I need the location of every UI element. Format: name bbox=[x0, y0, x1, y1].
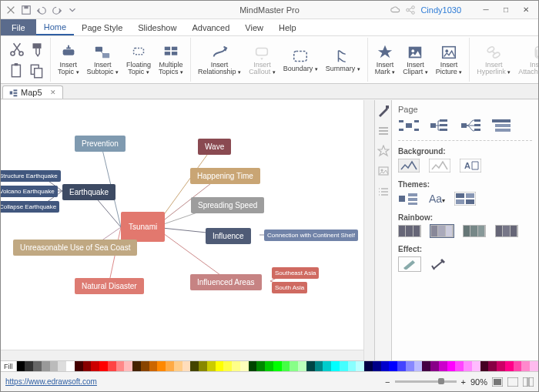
color-swatch[interactable] bbox=[256, 361, 265, 371]
share-icon[interactable] bbox=[405, 5, 416, 15]
color-swatch[interactable] bbox=[149, 361, 158, 371]
color-swatch[interactable] bbox=[66, 361, 75, 371]
color-swatch[interactable] bbox=[530, 361, 538, 371]
ribbon-insert-picture[interactable]: Insert Picture ▾ bbox=[432, 39, 467, 82]
format-painter-icon[interactable] bbox=[28, 41, 45, 58]
color-swatch[interactable] bbox=[389, 361, 397, 371]
color-swatch[interactable] bbox=[232, 361, 240, 371]
color-swatch[interactable] bbox=[249, 361, 257, 371]
maximize-button[interactable]: □ bbox=[497, 3, 515, 17]
bg-opt-3[interactable]: A bbox=[460, 159, 481, 173]
color-swatch[interactable] bbox=[406, 361, 414, 371]
node-center[interactable]: Tsunami bbox=[121, 212, 165, 242]
ribbon-insert-relationship[interactable]: Insert Relationship ▾ bbox=[194, 39, 245, 82]
sidetab-icons-icon[interactable] bbox=[377, 145, 390, 157]
sidetab-outline-icon[interactable] bbox=[377, 125, 390, 137]
tab-page-style[interactable]: Page Style bbox=[74, 19, 130, 35]
color-swatch[interactable] bbox=[356, 361, 364, 371]
node-continent[interactable]: Connection with Continent Shelf bbox=[264, 230, 358, 241]
color-swatch[interactable] bbox=[190, 361, 199, 371]
color-swatch[interactable] bbox=[397, 361, 406, 371]
tab-help[interactable]: Help bbox=[271, 19, 304, 35]
node-prevention[interactable]: Prevention bbox=[75, 136, 126, 152]
palette-colors[interactable] bbox=[17, 361, 539, 371]
user-name[interactable]: Cindy1030 bbox=[420, 5, 461, 15]
canvas[interactable]: Tsunami Wave Happening Time Spreading Sp… bbox=[1, 100, 375, 360]
save-icon[interactable] bbox=[21, 5, 32, 15]
tab-slideshow[interactable]: Slideshow bbox=[130, 19, 184, 35]
minimize-button[interactable]: ─ bbox=[477, 3, 495, 17]
color-swatch[interactable] bbox=[33, 361, 42, 371]
color-swatch[interactable] bbox=[17, 361, 25, 371]
color-swatch[interactable] bbox=[447, 361, 456, 371]
color-swatch[interactable] bbox=[174, 361, 182, 371]
color-swatch[interactable] bbox=[455, 361, 464, 371]
qat-more-icon[interactable] bbox=[67, 5, 78, 15]
color-swatch[interactable] bbox=[430, 361, 439, 371]
bg-opt-1[interactable] bbox=[398, 159, 420, 173]
color-swatch[interactable] bbox=[141, 361, 149, 371]
tab-advanced[interactable]: Advanced bbox=[184, 19, 237, 35]
copy-icon[interactable] bbox=[28, 62, 45, 79]
rainbow-3[interactable] bbox=[463, 225, 486, 237]
color-swatch[interactable] bbox=[364, 361, 373, 371]
color-swatch[interactable] bbox=[124, 361, 132, 371]
rainbow-2[interactable] bbox=[430, 225, 454, 237]
zoom-slider[interactable] bbox=[395, 380, 457, 383]
color-swatch[interactable] bbox=[166, 361, 174, 371]
node-coast[interactable]: Unreasonable Use of Sea Coast bbox=[13, 240, 137, 256]
rainbow-1[interactable] bbox=[398, 225, 421, 237]
ribbon-multiple-topics[interactable]: Multiple Topics ▾ bbox=[155, 39, 187, 82]
color-swatch[interactable] bbox=[514, 361, 522, 371]
color-swatch[interactable] bbox=[439, 361, 447, 371]
ribbon-insert-subtopic[interactable]: Insert Subtopic ▾ bbox=[83, 39, 123, 82]
color-swatch[interactable] bbox=[223, 361, 232, 371]
color-swatch[interactable] bbox=[480, 361, 489, 371]
color-swatch[interactable] bbox=[464, 361, 472, 371]
color-swatch[interactable] bbox=[340, 361, 348, 371]
color-swatch[interactable] bbox=[348, 361, 357, 371]
color-swatch[interactable] bbox=[497, 361, 505, 371]
node-s-asia[interactable]: South Asia bbox=[272, 282, 307, 293]
node-areas[interactable]: Influenced Areas bbox=[190, 274, 262, 290]
ribbon-insert-topic[interactable]: Insert Topic ▾ bbox=[54, 39, 83, 82]
close-button[interactable]: ✕ bbox=[517, 3, 535, 17]
node-wave[interactable]: Wave bbox=[198, 139, 231, 155]
color-swatch[interactable] bbox=[414, 361, 423, 371]
status-url[interactable]: https://www.edrawsoft.com bbox=[5, 377, 97, 386]
color-swatch[interactable] bbox=[422, 361, 430, 371]
node-happening[interactable]: Happening Time bbox=[190, 168, 260, 184]
color-swatch[interactable] bbox=[315, 361, 323, 371]
redo-icon[interactable] bbox=[52, 5, 62, 15]
color-swatch[interactable] bbox=[157, 361, 166, 371]
ribbon-insert-clipart[interactable]: Insert Clipart ▾ bbox=[399, 39, 432, 82]
color-swatch[interactable] bbox=[488, 361, 497, 371]
theme-opt-3[interactable] bbox=[454, 192, 476, 206]
effect-2[interactable] bbox=[430, 258, 446, 270]
effect-1[interactable] bbox=[398, 256, 421, 272]
color-swatch[interactable] bbox=[521, 361, 530, 371]
theme-opt-1[interactable] bbox=[398, 192, 420, 206]
color-swatch[interactable] bbox=[306, 361, 315, 371]
color-swatch[interactable] bbox=[207, 361, 216, 371]
scrollbar-vertical[interactable] bbox=[363, 100, 374, 360]
color-swatch[interactable] bbox=[108, 361, 116, 371]
color-swatch[interactable] bbox=[99, 361, 108, 371]
ribbon-summary-[interactable]: Summary ▾ bbox=[322, 39, 364, 82]
cut-icon[interactable] bbox=[8, 41, 25, 58]
color-swatch[interactable] bbox=[240, 361, 249, 371]
zoom-in-button[interactable]: + bbox=[461, 377, 466, 387]
node-disaster[interactable]: Natural Disaster bbox=[75, 278, 144, 294]
zoom-out-button[interactable]: − bbox=[385, 377, 390, 387]
color-swatch[interactable] bbox=[42, 361, 50, 371]
undo-icon[interactable] bbox=[36, 5, 47, 15]
color-swatch[interactable] bbox=[91, 361, 99, 371]
doc-tab-close-icon[interactable]: ✕ bbox=[50, 89, 56, 96]
layout-opt-4[interactable] bbox=[490, 119, 512, 132]
ribbon-boundary-[interactable]: Boundary ▾ bbox=[280, 39, 322, 82]
color-swatch[interactable] bbox=[273, 361, 282, 371]
ribbon-floating-topic[interactable]: Floating Topic ▾ bbox=[122, 39, 155, 82]
doc-tab-map5[interactable]: Map5 ✕ bbox=[2, 85, 63, 99]
layout-opt-2[interactable] bbox=[429, 119, 450, 132]
layout-opt-3[interactable] bbox=[460, 119, 481, 132]
